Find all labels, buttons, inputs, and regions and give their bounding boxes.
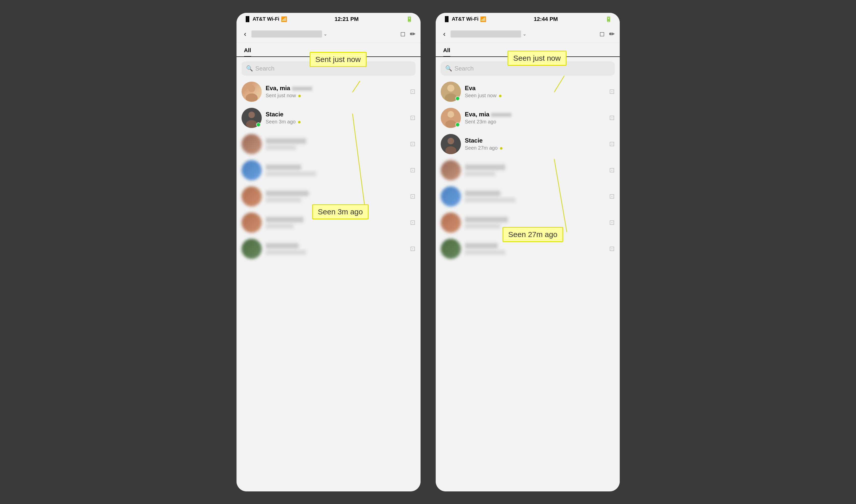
status-right-right: 🔋 — [605, 16, 612, 22]
wifi-icon-right: 📶 — [480, 16, 486, 22]
svg-point-12 — [447, 111, 454, 118]
avatar-blur2-left — [242, 160, 262, 180]
conv-item-eva-mia[interactable]: Eva, mia Sent just now ⊡ — [237, 78, 421, 105]
battery-icon: 🔋 — [406, 16, 413, 22]
camera-icon-blur4-left[interactable]: ⊡ — [410, 219, 415, 227]
camera-icon-blur2-right[interactable]: ⊡ — [609, 193, 615, 200]
conv-item-blur1-right[interactable]: ⊡ — [436, 157, 620, 183]
conv-status-blur2-right — [465, 198, 515, 202]
time-left: 12:21 PM — [335, 16, 359, 22]
conv-info-eva-mia-right: Eva, mia Sent 23m ago — [465, 111, 605, 125]
wifi-icon: 📶 — [281, 16, 287, 22]
compose-icon-right[interactable]: ✏ — [609, 30, 615, 38]
left-phone: ▐▌ AT&T Wi-Fi 📶 12:21 PM 🔋 ‹ ⌄ □ ✏ All 🔍… — [237, 13, 421, 491]
conv-status-eva-mia-right: Sent 23m ago — [465, 119, 605, 125]
username-blur-right — [450, 31, 521, 38]
camera-icon-blur4-right[interactable]: ⊡ — [609, 245, 615, 253]
avatar-blur5-left — [242, 239, 262, 259]
svg-point-0 — [248, 85, 255, 92]
avatar-wrap-eva-mia — [242, 82, 262, 102]
status-left-right: ▐▌ AT&T Wi-Fi 📶 — [443, 16, 486, 22]
conv-status-stacie-right: Seen 27m ago — [465, 145, 605, 151]
avatar-wrap-blur2-left — [242, 160, 262, 180]
nav-bar-right: ‹ ⌄ □ ✏ — [436, 25, 620, 43]
avatar-wrap-blur3-left — [242, 186, 262, 206]
time-right: 12:44 PM — [534, 16, 558, 22]
conv-list-left: Eva, mia Sent just now ⊡ Stacie Seen — [237, 78, 421, 491]
conv-info-blur2-left — [266, 164, 406, 176]
seen-3m-callout: Seen 3m ago — [312, 204, 369, 219]
conv-info-eva-right: Eva Seen just now — [465, 85, 605, 98]
status-right: 🔋 — [406, 16, 413, 22]
video-icon-right[interactable]: □ — [600, 30, 604, 38]
conv-item-blur5-left[interactable]: ⊡ — [237, 236, 421, 262]
conv-item-eva-mia-right[interactable]: Eva, mia Sent 23m ago ⊡ — [436, 105, 620, 131]
camera-icon-stacie-right[interactable]: ⊡ — [609, 140, 615, 148]
camera-icon-blur5-left[interactable]: ⊡ — [410, 245, 415, 253]
conv-info-blur2-right — [465, 191, 605, 202]
nav-bar-left: ‹ ⌄ □ ✏ — [237, 25, 421, 43]
status-bar-left: ▐▌ AT&T Wi-Fi 📶 12:21 PM 🔋 — [237, 13, 421, 25]
conv-name-stacie-right: Stacie — [465, 137, 605, 144]
conv-info-blur4-right — [465, 243, 605, 255]
conv-status-blur3-right — [465, 224, 500, 229]
avatar-wrap-eva-right — [441, 82, 461, 102]
conv-status-blur4-right — [465, 250, 505, 255]
conv-item-blur2-right[interactable]: ⊡ — [436, 183, 620, 210]
camera-icon-blur1-left[interactable]: ⊡ — [410, 140, 415, 148]
online-dot-stacie-left — [256, 122, 261, 127]
tab-all-right[interactable]: All — [443, 47, 450, 57]
conv-item-stacie-left[interactable]: Stacie Seen 3m ago ⊡ — [237, 105, 421, 131]
avatar-blur3-left — [242, 186, 262, 206]
search-icon-right: 🔍 — [445, 65, 452, 72]
chevron-icon-right: ⌄ — [523, 31, 527, 37]
conv-name-eva-mia-right: Eva, mia — [465, 111, 605, 118]
conv-item-blur1-left[interactable]: ⊡ — [237, 131, 421, 157]
conv-info-blur5-left — [266, 243, 406, 255]
status-left: ▐▌ AT&T Wi-Fi 📶 — [244, 16, 287, 22]
avatar-wrap-blur4-right — [441, 239, 461, 259]
online-dot-eva-right — [455, 96, 460, 101]
svg-point-4 — [249, 112, 255, 118]
right-phone: ▐▌ AT&T Wi-Fi 📶 12:44 PM 🔋 ‹ ⌄ □ ✏ All 🔍… — [436, 13, 620, 491]
back-button-right[interactable]: ‹ — [441, 29, 448, 39]
signal-icon: ▐▌ — [244, 16, 251, 22]
svg-point-16 — [445, 146, 456, 154]
avatar-blur4-left — [242, 213, 262, 233]
camera-icon-blur1-right[interactable]: ⊡ — [609, 166, 615, 174]
conv-item-stacie-right[interactable]: Stacie Seen 27m ago ⊡ — [436, 131, 620, 157]
back-button-left[interactable]: ‹ — [242, 29, 249, 39]
conv-name-blur2-right — [465, 191, 500, 196]
avatar-wrap-eva-mia-right — [441, 108, 461, 128]
svg-point-5 — [246, 120, 257, 128]
tab-all-left[interactable]: All — [244, 47, 251, 57]
video-icon-left[interactable]: □ — [401, 30, 405, 38]
avatar-wrap-blur4-left — [242, 213, 262, 233]
conv-list-right: Eva Seen just now ⊡ Eva, mia Sent 23 — [436, 78, 620, 491]
avatar-wrap-stacie-left — [242, 108, 262, 128]
camera-icon-blur3-left[interactable]: ⊡ — [410, 193, 415, 200]
camera-icon-eva-mia-right[interactable]: ⊡ — [609, 114, 615, 122]
camera-icon-eva-right[interactable]: ⊡ — [609, 88, 615, 95]
conv-status-blur3-left — [266, 198, 301, 202]
compose-icon-left[interactable]: ✏ — [410, 30, 415, 38]
camera-icon-stacie-left[interactable]: ⊡ — [410, 114, 415, 122]
conv-info-blur1-right — [465, 164, 605, 176]
camera-icon-blur3-right[interactable]: ⊡ — [609, 219, 615, 227]
camera-icon-blur2-left[interactable]: ⊡ — [410, 166, 415, 174]
carrier-left: AT&T Wi-Fi — [253, 16, 279, 22]
search-icon-left: 🔍 — [246, 65, 253, 72]
avatar-blur4-right — [441, 239, 461, 259]
conv-item-blur2-left[interactable]: ⊡ — [237, 157, 421, 183]
conv-name-stacie-left: Stacie — [266, 111, 406, 118]
conv-status-blur4-left — [266, 224, 293, 229]
conv-status-blur1-right — [465, 172, 495, 176]
conv-item-eva-right[interactable]: Eva Seen just now ⊡ — [436, 78, 620, 105]
svg-point-1 — [245, 93, 258, 102]
camera-icon-eva-mia[interactable]: ⊡ — [410, 88, 415, 95]
status-bar-right: ▐▌ AT&T Wi-Fi 📶 12:44 PM 🔋 — [436, 13, 620, 25]
username-blur-left — [251, 31, 322, 38]
avatar-wrap-blur3-right — [441, 213, 461, 233]
carrier-right: AT&T Wi-Fi — [452, 16, 479, 22]
conv-name-blur5-left — [266, 243, 298, 249]
